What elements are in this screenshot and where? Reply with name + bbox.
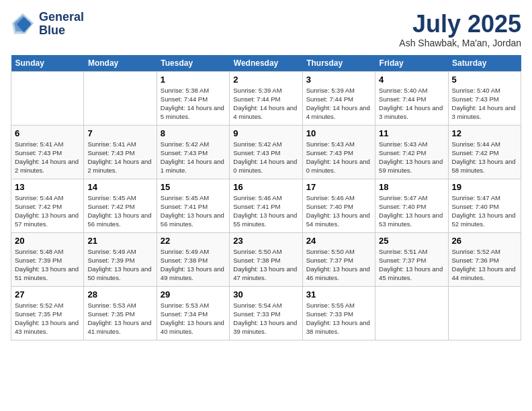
calendar-cell: 30Sunrise: 5:54 AMSunset: 7:33 PMDayligh…	[230, 286, 302, 340]
calendar-cell: 24Sunrise: 5:50 AMSunset: 7:37 PMDayligh…	[302, 232, 375, 286]
day-number: 25	[379, 236, 444, 246]
weekday-header: Wednesday	[230, 55, 302, 72]
calendar-cell	[11, 71, 84, 125]
calendar-cell: 6Sunrise: 5:41 AMSunset: 7:43 PMDaylight…	[11, 125, 84, 179]
day-number: 18	[379, 182, 444, 192]
day-info: Sunrise: 5:41 AMSunset: 7:43 PMDaylight:…	[87, 140, 152, 175]
day-info: Sunrise: 5:46 AMSunset: 7:40 PMDaylight:…	[306, 193, 371, 229]
weekday-header: Tuesday	[157, 55, 229, 72]
day-info: Sunrise: 5:42 AMSunset: 7:43 PMDaylight:…	[161, 140, 226, 175]
day-info: Sunrise: 5:45 AMSunset: 7:41 PMDaylight:…	[161, 193, 226, 229]
calendar-week-row: 20Sunrise: 5:48 AMSunset: 7:39 PMDayligh…	[11, 232, 521, 286]
day-number: 3	[306, 75, 371, 85]
day-number: 7	[87, 128, 152, 138]
calendar-cell: 11Sunrise: 5:43 AMSunset: 7:42 PMDayligh…	[375, 125, 448, 179]
calendar-cell: 15Sunrise: 5:45 AMSunset: 7:41 PMDayligh…	[157, 179, 229, 232]
day-info: Sunrise: 5:47 AMSunset: 7:40 PMDaylight:…	[379, 193, 444, 229]
day-info: Sunrise: 5:53 AMSunset: 7:34 PMDaylight:…	[161, 301, 226, 336]
calendar-week-row: 13Sunrise: 5:44 AMSunset: 7:42 PMDayligh…	[11, 179, 521, 232]
day-number: 10	[306, 128, 371, 138]
calendar-cell: 9Sunrise: 5:42 AMSunset: 7:43 PMDaylight…	[230, 125, 302, 179]
calendar-week-row: 27Sunrise: 5:52 AMSunset: 7:35 PMDayligh…	[11, 286, 521, 340]
calendar-cell: 2Sunrise: 5:39 AMSunset: 7:44 PMDaylight…	[230, 71, 302, 125]
weekday-header: Thursday	[302, 55, 375, 72]
day-number: 27	[15, 289, 80, 300]
day-info: Sunrise: 5:50 AMSunset: 7:37 PMDaylight:…	[306, 247, 371, 283]
day-number: 17	[306, 182, 371, 192]
day-info: Sunrise: 5:44 AMSunset: 7:42 PMDaylight:…	[15, 193, 80, 229]
day-number: 31	[306, 289, 371, 300]
day-number: 9	[233, 128, 298, 138]
calendar-cell: 17Sunrise: 5:46 AMSunset: 7:40 PMDayligh…	[302, 179, 375, 232]
calendar-cell: 27Sunrise: 5:52 AMSunset: 7:35 PMDayligh…	[11, 286, 84, 340]
day-info: Sunrise: 5:47 AMSunset: 7:40 PMDaylight:…	[452, 193, 517, 229]
day-info: Sunrise: 5:43 AMSunset: 7:43 PMDaylight:…	[306, 140, 371, 175]
calendar-cell: 19Sunrise: 5:47 AMSunset: 7:40 PMDayligh…	[448, 179, 521, 232]
day-info: Sunrise: 5:51 AMSunset: 7:37 PMDaylight:…	[379, 247, 444, 283]
day-number: 11	[379, 128, 444, 138]
calendar-cell: 13Sunrise: 5:44 AMSunset: 7:42 PMDayligh…	[11, 179, 84, 232]
day-info: Sunrise: 5:46 AMSunset: 7:41 PMDaylight:…	[233, 193, 298, 229]
day-info: Sunrise: 5:43 AMSunset: 7:42 PMDaylight:…	[379, 140, 444, 175]
calendar-cell: 22Sunrise: 5:49 AMSunset: 7:38 PMDayligh…	[157, 232, 229, 286]
day-number: 12	[452, 128, 517, 138]
day-info: Sunrise: 5:38 AMSunset: 7:44 PMDaylight:…	[161, 86, 226, 122]
calendar-cell: 1Sunrise: 5:38 AMSunset: 7:44 PMDaylight…	[157, 71, 229, 125]
calendar-week-row: 1Sunrise: 5:38 AMSunset: 7:44 PMDaylight…	[11, 71, 521, 125]
calendar-week-row: 6Sunrise: 5:41 AMSunset: 7:43 PMDaylight…	[11, 125, 521, 179]
logo-text: General Blue	[39, 11, 84, 38]
day-number: 16	[233, 182, 298, 192]
calendar-cell: 26Sunrise: 5:52 AMSunset: 7:36 PMDayligh…	[448, 232, 521, 286]
calendar-cell: 28Sunrise: 5:53 AMSunset: 7:35 PMDayligh…	[84, 286, 157, 340]
calendar-cell	[448, 286, 521, 340]
weekday-header-row: SundayMondayTuesdayWednesdayThursdayFrid…	[11, 55, 521, 72]
weekday-header: Sunday	[11, 55, 84, 72]
day-number: 5	[452, 75, 517, 85]
weekday-header: Saturday	[448, 55, 521, 72]
calendar-cell	[375, 286, 448, 340]
calendar-cell: 16Sunrise: 5:46 AMSunset: 7:41 PMDayligh…	[230, 179, 302, 232]
calendar-cell: 20Sunrise: 5:48 AMSunset: 7:39 PMDayligh…	[11, 232, 84, 286]
logo: General Blue	[11, 11, 84, 38]
day-number: 28	[87, 289, 152, 300]
calendar-cell	[84, 71, 157, 125]
calendar-cell: 25Sunrise: 5:51 AMSunset: 7:37 PMDayligh…	[375, 232, 448, 286]
day-info: Sunrise: 5:49 AMSunset: 7:38 PMDaylight:…	[161, 247, 226, 283]
calendar-cell: 4Sunrise: 5:40 AMSunset: 7:44 PMDaylight…	[375, 71, 448, 125]
day-number: 6	[15, 128, 80, 138]
day-info: Sunrise: 5:39 AMSunset: 7:44 PMDaylight:…	[306, 86, 371, 122]
calendar-cell: 18Sunrise: 5:47 AMSunset: 7:40 PMDayligh…	[375, 179, 448, 232]
calendar-cell: 5Sunrise: 5:40 AMSunset: 7:43 PMDaylight…	[448, 71, 521, 125]
month-year: July 2025	[399, 11, 521, 38]
day-info: Sunrise: 5:41 AMSunset: 7:43 PMDaylight:…	[15, 140, 80, 175]
day-number: 1	[161, 75, 226, 85]
day-number: 20	[15, 236, 80, 246]
day-number: 15	[161, 182, 226, 192]
day-number: 4	[379, 75, 444, 85]
day-number: 2	[233, 75, 298, 85]
day-info: Sunrise: 5:45 AMSunset: 7:42 PMDaylight:…	[87, 193, 152, 229]
day-info: Sunrise: 5:52 AMSunset: 7:36 PMDaylight:…	[452, 247, 517, 283]
day-number: 30	[233, 289, 298, 300]
calendar-cell: 21Sunrise: 5:49 AMSunset: 7:39 PMDayligh…	[84, 232, 157, 286]
weekday-header: Friday	[375, 55, 448, 72]
day-number: 22	[161, 236, 226, 246]
calendar-cell: 29Sunrise: 5:53 AMSunset: 7:34 PMDayligh…	[157, 286, 229, 340]
calendar-cell: 7Sunrise: 5:41 AMSunset: 7:43 PMDaylight…	[84, 125, 157, 179]
day-info: Sunrise: 5:54 AMSunset: 7:33 PMDaylight:…	[233, 301, 298, 336]
day-info: Sunrise: 5:55 AMSunset: 7:33 PMDaylight:…	[306, 301, 371, 336]
day-number: 14	[87, 182, 152, 192]
day-info: Sunrise: 5:44 AMSunset: 7:42 PMDaylight:…	[452, 140, 517, 175]
logo-icon	[11, 12, 35, 36]
day-info: Sunrise: 5:40 AMSunset: 7:44 PMDaylight:…	[379, 86, 444, 122]
day-number: 24	[306, 236, 371, 246]
calendar-cell: 10Sunrise: 5:43 AMSunset: 7:43 PMDayligh…	[302, 125, 375, 179]
day-number: 29	[161, 289, 226, 300]
day-number: 26	[452, 236, 517, 246]
day-info: Sunrise: 5:42 AMSunset: 7:43 PMDaylight:…	[233, 140, 298, 175]
day-number: 23	[233, 236, 298, 246]
day-number: 19	[452, 182, 517, 192]
day-info: Sunrise: 5:49 AMSunset: 7:39 PMDaylight:…	[87, 247, 152, 283]
location: Ash Shawbak, Ma'an, Jordan	[399, 38, 521, 48]
weekday-header: Monday	[84, 55, 157, 72]
